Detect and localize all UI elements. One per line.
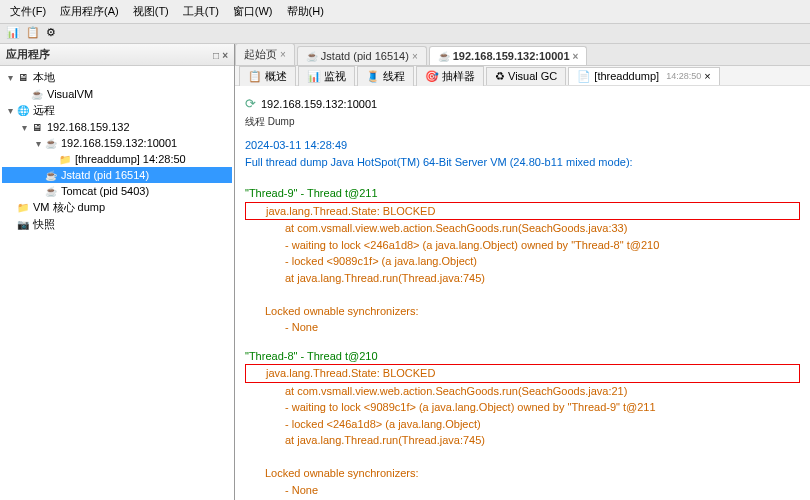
toolbar: 📊 📋 ⚙ bbox=[0, 24, 810, 44]
dump-header: Full thread dump Java HotSpot(TM) 64-Bit… bbox=[245, 154, 800, 171]
tab-host[interactable]: 192.168.159.132:10001× bbox=[429, 46, 588, 65]
left-panel-header: 应用程序 □ × bbox=[0, 44, 234, 66]
close-icon[interactable]: × bbox=[280, 49, 286, 60]
left-panel-title: 应用程序 bbox=[6, 47, 50, 62]
dump-timestamp: 2024-03-11 14:28:49 bbox=[245, 137, 800, 154]
subtab-visualgc[interactable]: ♻Visual GC bbox=[486, 67, 566, 85]
close-icon[interactable]: × bbox=[704, 70, 710, 82]
tree-vmcore[interactable]: VM 核心 dump bbox=[2, 199, 232, 216]
menu-window[interactable]: 窗口(W) bbox=[227, 2, 279, 21]
subtab-overview[interactable]: 📋概述 bbox=[239, 66, 296, 86]
tree-tomcat[interactable]: Tomcat (pid 5403) bbox=[2, 183, 232, 199]
tab-start[interactable]: 起始页× bbox=[235, 44, 295, 65]
refresh-icon[interactable]: ⟳ bbox=[245, 96, 256, 111]
menu-apps[interactable]: 应用程序(A) bbox=[54, 2, 125, 21]
sub-tabs: 📋概述 📊监视 🧵线程 🎯抽样器 ♻Visual GC 📄[threaddump… bbox=[235, 66, 810, 86]
subtab-monitor[interactable]: 📊监视 bbox=[298, 66, 355, 86]
panel-min-icon[interactable]: □ bbox=[213, 50, 219, 61]
menu-tools[interactable]: 工具(T) bbox=[177, 2, 225, 21]
tree-snapshot[interactable]: 快照 bbox=[2, 216, 232, 233]
right-panel: 起始页× Jstatd (pid 16514)× 192.168.159.132… bbox=[235, 44, 810, 500]
subtab-threads[interactable]: 🧵线程 bbox=[357, 66, 414, 86]
tree-threaddump[interactable]: [threaddump] 14:28:50 bbox=[2, 151, 232, 167]
app-tree: ▾本地 VisualVM ▾远程 ▾192.168.159.132 ▾192.1… bbox=[0, 66, 234, 500]
content-title: ⟳192.168.159.132:10001 bbox=[245, 96, 800, 111]
content-area: ⟳192.168.159.132:10001 线程 Dump 2024-03-1… bbox=[235, 86, 810, 500]
menu-file[interactable]: 文件(F) bbox=[4, 2, 52, 21]
tree-local[interactable]: ▾本地 bbox=[2, 69, 232, 86]
tree-host[interactable]: ▾192.168.159.132 bbox=[2, 119, 232, 135]
menu-help[interactable]: 帮助(H) bbox=[281, 2, 330, 21]
menu-view[interactable]: 视图(T) bbox=[127, 2, 175, 21]
tab-jstatd[interactable]: Jstatd (pid 16514)× bbox=[297, 46, 427, 65]
left-panel: 应用程序 □ × ▾本地 VisualVM ▾远程 ▾192.168.159.1… bbox=[0, 44, 235, 500]
menu-bar: 文件(F) 应用程序(A) 视图(T) 工具(T) 窗口(W) 帮助(H) bbox=[0, 0, 810, 24]
subtab-sampler[interactable]: 🎯抽样器 bbox=[416, 66, 484, 86]
thread-8-block: "Thread-8" - Thread t@210 java.lang.Thre… bbox=[245, 348, 800, 499]
toolbar-icon-3[interactable]: ⚙ bbox=[46, 26, 62, 42]
panel-close-icon[interactable]: × bbox=[222, 50, 228, 61]
tree-visualvm[interactable]: VisualVM bbox=[2, 86, 232, 102]
thread-9-block: "Thread-9" - Thread t@211 java.lang.Thre… bbox=[245, 185, 800, 336]
top-tabs: 起始页× Jstatd (pid 16514)× 192.168.159.132… bbox=[235, 44, 810, 66]
toolbar-icon-1[interactable]: 📊 bbox=[6, 26, 22, 42]
section-title: 线程 Dump bbox=[245, 115, 800, 129]
tree-port[interactable]: ▾192.168.159.132:10001 bbox=[2, 135, 232, 151]
close-icon[interactable]: × bbox=[573, 51, 579, 62]
tree-remote[interactable]: ▾远程 bbox=[2, 102, 232, 119]
subtab-threaddump[interactable]: 📄[threaddump]14:28:50× bbox=[568, 67, 719, 85]
thread-dump-body: 2024-03-11 14:28:49 Full thread dump Jav… bbox=[245, 137, 800, 500]
tree-jstatd[interactable]: Jstatd (pid 16514) bbox=[2, 167, 232, 183]
toolbar-icon-2[interactable]: 📋 bbox=[26, 26, 42, 42]
close-icon[interactable]: × bbox=[412, 51, 418, 62]
